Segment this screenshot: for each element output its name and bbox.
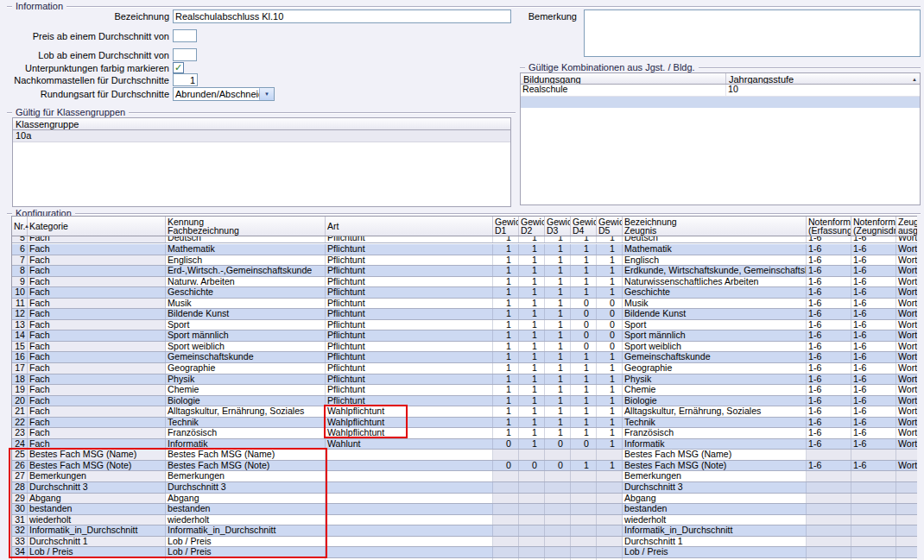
gewicht-d5-cell[interactable] — [597, 504, 623, 514]
ausgabe-cell[interactable]: Wort — [896, 352, 917, 362]
nf-erfassung-cell[interactable]: 1-6 — [807, 320, 851, 330]
gewicht-d3-cell[interactable]: 1 — [545, 374, 571, 385]
kennung-cell[interactable]: Bestes Fach MSG (Note) — [166, 461, 326, 471]
gewicht-d2-cell[interactable]: 1 — [519, 287, 545, 298]
gewicht-d5-cell[interactable]: 1 — [597, 236, 623, 242]
nf-zeugnisdruck-cell[interactable]: 1-6 — [851, 418, 896, 428]
kategorie-cell[interactable]: Fach — [28, 330, 166, 341]
gewicht-d2-cell[interactable]: 1 — [519, 244, 545, 255]
kategorie-cell[interactable]: Fach — [28, 418, 166, 428]
kategorie-cell[interactable]: Fach — [28, 406, 166, 417]
kategorie-cell[interactable]: Durchschnitt 1 — [28, 537, 166, 547]
ausgabe-cell[interactable] — [896, 482, 917, 493]
table-row[interactable]: 17FachGeographiePflichtunt11111Geographi… — [12, 363, 917, 374]
kennung-cell[interactable]: Technik — [166, 418, 326, 428]
gewicht-d3-cell[interactable] — [545, 537, 571, 547]
bezeichnung-cell[interactable]: Chemie — [623, 385, 807, 395]
gewicht-d2-cell[interactable]: 1 — [519, 374, 545, 385]
gewicht-d2-cell[interactable] — [519, 537, 545, 547]
nachkommastellen-input[interactable] — [173, 73, 198, 86]
gewicht-d3-cell[interactable]: 1 — [545, 428, 571, 438]
nf-erfassung-cell[interactable]: 1-6 — [807, 352, 851, 362]
nf-zeugnisdruck-cell[interactable]: 1-6 — [851, 244, 896, 255]
gewicht-d1-cell[interactable]: 1 — [493, 428, 519, 438]
art-cell[interactable]: Pflichtunt — [326, 330, 493, 341]
gewicht-d2-cell[interactable]: 1 — [519, 439, 545, 450]
kategorie-cell[interactable]: Fach — [28, 266, 166, 276]
gewicht-d2-cell[interactable]: 1 — [519, 236, 545, 242]
gewicht-d2-cell[interactable] — [519, 494, 545, 504]
column-header-nf-zeugnisdruck[interactable]: Notenformat(Zeugnisdruck) — [851, 217, 896, 236]
gewicht-d3-cell[interactable]: 1 — [545, 309, 571, 319]
gewicht-d3-cell[interactable]: 1 — [545, 277, 571, 287]
gewicht-d4-cell[interactable] — [571, 494, 597, 504]
kennung-cell[interactable]: Alltagskultur, Ernährung, Soziales — [166, 406, 326, 417]
art-cell[interactable]: Pflichtunt — [326, 266, 493, 276]
gewicht-d1-cell[interactable]: 1 — [493, 266, 519, 276]
column-header-bildungsgang[interactable]: Bildungsgang — [521, 73, 726, 84]
gewicht-d3-cell[interactable] — [545, 494, 571, 504]
nf-zeugnisdruck-cell[interactable]: 1-6 — [851, 406, 896, 417]
bezeichnung-cell[interactable]: Geographie — [623, 363, 807, 374]
gewicht-d3-cell[interactable]: 1 — [545, 299, 571, 309]
nf-zeugnisdruck-cell[interactable]: 1-6 — [851, 330, 896, 341]
bezeichnung-cell[interactable]: Technik — [623, 418, 807, 428]
gewicht-d3-cell[interactable] — [545, 471, 571, 481]
column-header-klassengruppe[interactable]: Klassengruppe — [16, 119, 79, 129]
nf-zeugnisdruck-cell[interactable]: 1-6 — [851, 266, 896, 276]
ausgabe-cell[interactable]: Wort — [896, 244, 917, 255]
gewicht-d1-cell[interactable] — [493, 547, 519, 557]
gewicht-d1-cell[interactable]: 1 — [493, 320, 519, 330]
gewicht-d3-cell[interactable]: 1 — [545, 363, 571, 374]
gewicht-d5-cell[interactable] — [597, 537, 623, 547]
nr-cell[interactable]: 6 — [12, 244, 28, 255]
kennung-cell[interactable]: Deutsch — [166, 236, 326, 242]
gewicht-d2-cell[interactable]: 1 — [519, 255, 545, 266]
nf-erfassung-cell[interactable] — [807, 482, 851, 493]
kennung-cell[interactable]: Musik — [166, 299, 326, 309]
gewicht-d5-cell[interactable]: 1 — [597, 277, 623, 287]
gewicht-d5-cell[interactable]: 1 — [597, 374, 623, 385]
nf-zeugnisdruck-cell[interactable]: 1-6 — [851, 287, 896, 298]
gewicht-d2-cell[interactable]: 1 — [519, 299, 545, 309]
art-cell[interactable]: Pflichtunt — [326, 342, 493, 352]
ausgabe-cell[interactable]: Wort — [896, 428, 917, 438]
gewicht-d1-cell[interactable]: 1 — [493, 309, 519, 319]
preis-input[interactable] — [173, 29, 197, 42]
nf-zeugnisdruck-cell[interactable]: 1-6 — [851, 299, 896, 309]
gewicht-d3-cell[interactable]: 1 — [545, 330, 571, 341]
art-cell[interactable]: Wahlpflichtunt — [326, 418, 493, 428]
art-cell[interactable] — [326, 471, 493, 481]
table-row[interactable]: 20FachBiologiePflichtunt11111Biologie1-6… — [12, 396, 917, 407]
column-header-nf-erfassung[interactable]: Notenformat(Erfassung) — [807, 217, 851, 236]
gewicht-d4-cell[interactable]: 1 — [571, 396, 597, 406]
gewicht-d1-cell[interactable] — [493, 494, 519, 504]
column-header-jahrgangsstufe[interactable]: Jahrgangsstufe — [726, 73, 921, 84]
nf-zeugnisdruck-cell[interactable] — [851, 537, 896, 547]
kennung-cell[interactable]: Englisch — [166, 255, 326, 266]
gewicht-d5-cell[interactable]: 1 — [597, 363, 623, 374]
table-row[interactable]: 33Durchschnitt 1Lob / PreisDurchschnitt … — [12, 537, 917, 548]
art-cell[interactable]: Pflichtunt — [326, 236, 493, 242]
gewicht-d5-cell[interactable]: 1 — [597, 439, 623, 450]
nf-erfassung-cell[interactable]: 1-6 — [807, 461, 851, 471]
table-row[interactable]: 25Bestes Fach MSG (Name)Bestes Fach MSG … — [12, 450, 917, 461]
kategorie-cell[interactable]: Fach — [28, 385, 166, 395]
nr-cell[interactable]: 26 — [12, 461, 28, 471]
gewicht-d1-cell[interactable]: 0 — [493, 461, 519, 471]
gewicht-d2-cell[interactable]: 1 — [519, 330, 545, 341]
table-row[interactable]: 7FachEnglischPflichtunt11111Englisch1-61… — [12, 255, 917, 267]
gewicht-d2-cell[interactable] — [519, 515, 545, 525]
table-row[interactable]: 6FachMathematikPflichtunt11111Mathematik… — [12, 244, 917, 255]
nf-zeugnisdruck-cell[interactable]: 1-6 — [851, 374, 896, 385]
nr-cell[interactable]: 23 — [12, 428, 28, 438]
gewicht-d1-cell[interactable] — [493, 504, 519, 514]
table-row[interactable]: 28Durchschnitt 3Durchschnitt 3Durchschni… — [12, 482, 917, 494]
bemerkung-textarea[interactable] — [584, 9, 921, 57]
nf-erfassung-cell[interactable] — [807, 504, 851, 514]
gewicht-d4-cell[interactable]: 0 — [571, 320, 597, 330]
kategorie-cell[interactable]: Fach — [28, 309, 166, 319]
gewicht-d2-cell[interactable]: 0 — [519, 461, 545, 471]
bezeichnung-cell[interactable]: Mathematik — [623, 244, 807, 255]
art-cell[interactable]: Pflichtunt — [326, 299, 493, 309]
